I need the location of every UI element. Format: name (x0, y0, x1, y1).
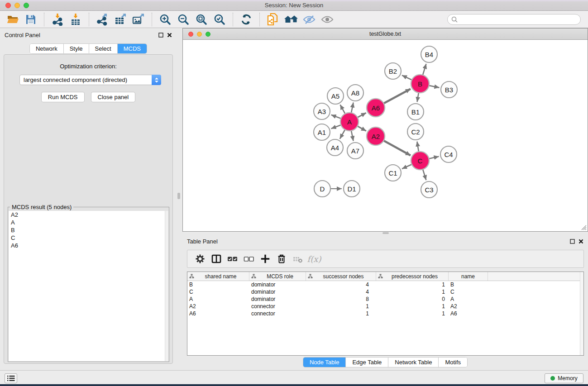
table-cell[interactable]: A (187, 296, 249, 302)
table-cell[interactable]: 1 (376, 289, 449, 295)
refresh-icon (240, 14, 252, 25)
table-cell[interactable]: 1 (306, 310, 376, 317)
table-cell[interactable]: A6 (187, 310, 249, 317)
column-header-successor-nodes[interactable]: successor nodes (306, 272, 376, 281)
refresh-button[interactable] (237, 12, 255, 27)
zoom-in-button[interactable] (156, 12, 174, 27)
export-network-icon (96, 13, 109, 26)
mcds-result-item[interactable]: A (9, 219, 168, 226)
delete-column-button[interactable] (273, 252, 290, 266)
resize-grip-icon[interactable] (581, 225, 587, 230)
float-panel-icon[interactable] (570, 239, 575, 244)
export-network-button[interactable] (93, 12, 111, 27)
table-cell[interactable]: C (187, 289, 249, 295)
select-all-button[interactable] (225, 252, 241, 266)
table-cell[interactable]: A (449, 296, 488, 302)
tab-select[interactable]: Select (89, 44, 118, 53)
show-selected-button[interactable] (318, 12, 336, 27)
zoom-fit-button[interactable] (192, 12, 210, 27)
table-cell[interactable]: dominator (249, 289, 306, 295)
table-scrollbar[interactable] (580, 272, 583, 355)
result-scrollbar[interactable] (165, 211, 168, 361)
control-panel-tabs: Network Style Select MCDS (29, 43, 147, 54)
show-panels-button[interactable] (5, 373, 17, 383)
table-cell[interactable]: 4 (306, 289, 376, 295)
deselect-all-button[interactable] (241, 252, 257, 266)
table-row[interactable]: A2connector11A2 (187, 303, 583, 310)
column-header-predecessor-nodes[interactable]: predecessor nodes (376, 272, 449, 281)
table-cell[interactable]: 0 (376, 296, 449, 302)
trash-icon (276, 253, 287, 264)
table-cell[interactable]: dominator (249, 296, 306, 302)
close-panel-icon[interactable] (167, 33, 172, 38)
tab-style[interactable]: Style (64, 44, 89, 53)
tab-mcds[interactable]: MCDS (118, 44, 147, 53)
mcds-result-list[interactable]: A2ABCA6 (9, 211, 168, 361)
graph-node-label-A4: A4 (331, 144, 339, 152)
memory-button[interactable]: Memory (545, 373, 583, 383)
close-panel-button[interactable]: Close panel (91, 92, 136, 102)
table-cell[interactable]: B (187, 281, 249, 288)
tab-edge-table[interactable]: Edge Table (346, 357, 388, 367)
table-cell[interactable]: dominator (249, 281, 306, 288)
tab-motifs[interactable]: Motifs (439, 357, 467, 367)
close-panel-icon[interactable] (578, 239, 583, 244)
table-cell[interactable]: C (449, 289, 488, 295)
mcds-result-item[interactable]: A2 (9, 211, 168, 219)
table-cell[interactable]: 4 (306, 281, 376, 288)
save-session-button[interactable] (22, 12, 40, 27)
table-cell[interactable]: 1 (376, 310, 449, 317)
zoom-selected-button[interactable] (210, 12, 229, 27)
table-cell[interactable]: connector (249, 310, 306, 317)
import-table-button[interactable] (67, 12, 85, 27)
plus-icon (260, 253, 271, 264)
import-network-button[interactable] (48, 12, 67, 27)
graph-node-label-A7: A7 (351, 147, 359, 155)
graph-node-label-B2: B2 (389, 67, 397, 75)
column-header-name[interactable]: name (449, 272, 488, 281)
table-cell[interactable]: A6 (449, 310, 488, 317)
optimization-criterion-select[interactable]: largest connected component (directed) (19, 75, 161, 85)
table-cell[interactable]: 1 (306, 303, 376, 310)
toolbar-separator (89, 13, 89, 26)
export-image-button[interactable] (129, 12, 148, 27)
table-cell[interactable]: connector (249, 303, 306, 310)
tab-network-table[interactable]: Network Table (388, 357, 439, 367)
table-settings-button[interactable] (192, 252, 208, 266)
table-cell[interactable]: A2 (449, 303, 488, 310)
home-networks-button[interactable] (282, 12, 300, 27)
table-cell[interactable]: 1 (376, 281, 449, 288)
table-row[interactable]: Cdominator41C (187, 288, 583, 295)
open-session-button[interactable] (4, 12, 22, 27)
table-row[interactable]: A6connector11A6 (187, 310, 583, 317)
table-cell[interactable]: A2 (187, 303, 249, 310)
table-row[interactable]: Adominator80A (187, 295, 583, 303)
run-mcds-button[interactable]: Run MCDS (41, 92, 85, 102)
hide-selected-button[interactable] (300, 12, 318, 27)
mcds-result-item[interactable]: A6 (9, 242, 168, 249)
network-window-title: testGlobe.txt (183, 31, 588, 37)
column-header-shared-name[interactable]: shared name (187, 272, 249, 281)
table-cell[interactable]: 1 (376, 303, 449, 310)
table-cell[interactable]: B (449, 281, 488, 288)
zoom-out-button[interactable] (174, 12, 192, 27)
float-panel-icon[interactable] (158, 33, 163, 38)
export-table-button[interactable] (111, 12, 129, 27)
network-canvas[interactable]: B4B2BB3A5A8A6A3B1AA1C2A2A4A7C4CC1C3DD1 (183, 40, 588, 231)
table-row[interactable]: Bdominator41B (187, 281, 583, 288)
search-input[interactable] (447, 14, 581, 25)
show-column-button[interactable] (208, 252, 225, 266)
column-header-mcds-role[interactable]: MCDS role (249, 272, 306, 281)
export-image-icon (132, 13, 145, 26)
create-column-button[interactable] (257, 252, 273, 266)
graph-node-label-B3: B3 (445, 86, 453, 94)
tab-network[interactable]: Network (30, 44, 64, 53)
graph-node-label-A8: A8 (351, 89, 359, 97)
table-cell[interactable]: 8 (306, 296, 376, 302)
horizontal-divider-handle[interactable] (382, 232, 389, 234)
mcds-result-item[interactable]: C (9, 234, 168, 242)
mcds-result-item[interactable]: B (9, 226, 168, 234)
vertical-divider-handle[interactable] (177, 193, 180, 199)
tab-node-table[interactable]: Node Table (303, 357, 346, 367)
duplicate-network-button[interactable] (264, 12, 282, 27)
